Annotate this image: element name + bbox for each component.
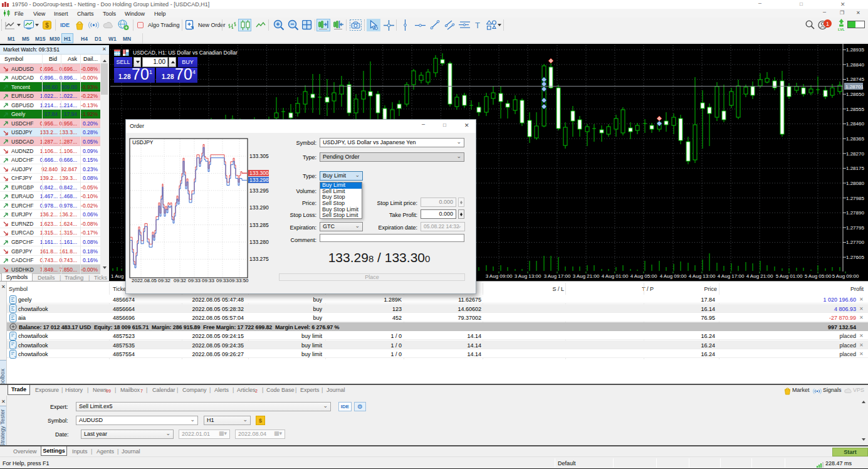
svg-text:133.305: 133.305 [249,153,269,159]
svg-text:1.28270: 1.28270 [846,151,864,157]
svg-text:133.298: 133.298 [249,177,269,183]
svg-text:4 Aug 13:00: 4 Aug 13:00 [689,273,716,279]
svg-text:09:32: 09:32 [158,278,171,283]
svg-text:1.28175: 1.28175 [846,166,864,171]
svg-text:133.285: 133.285 [249,222,269,228]
svg-text:133.295: 133.295 [249,187,269,194]
svg-text:1.28840: 1.28840 [846,62,864,68]
svg-text:1.27700: 1.27700 [846,240,864,245]
svg-text:09:33: 09:33 [188,278,201,283]
svg-text:USDCAD, H1: US Dollar vs Cana: USDCAD, H1: US Dollar vs Canadian Dollar [133,50,238,56]
svg-text:1.28080: 1.28080 [846,181,864,186]
svg-text:2022.08.05: 2022.08.05 [132,278,157,283]
svg-text:4 Aug 09:00: 4 Aug 09:00 [660,273,687,279]
svg-text:4 Aug 17:00: 4 Aug 17:00 [718,273,745,279]
svg-text:3 Aug 17:00: 3 Aug 17:00 [544,273,571,279]
svg-text:09:32: 09:32 [174,278,187,283]
svg-text:1.28365: 1.28365 [846,136,864,142]
svg-text:4 Aug 01:00: 4 Aug 01:00 [602,273,629,279]
svg-text:133.290: 133.290 [249,204,269,211]
svg-text:1.27890: 1.27890 [846,210,864,216]
svg-text:1.28745: 1.28745 [846,76,864,82]
svg-text:09:33:50: 09:33:50 [229,278,249,283]
svg-text:USDJPY: USDJPY [132,139,154,145]
svg-text:133.300: 133.300 [249,170,269,176]
svg-text:1.27795: 1.27795 [846,225,864,231]
svg-text:09:33: 09:33 [202,278,215,283]
svg-text:1.28935: 1.28935 [846,47,864,53]
svg-text:1.28701: 1.28701 [845,84,864,90]
svg-text:5 Aug 05:00: 5 Aug 05:00 [805,273,832,279]
svg-text:3 Aug 13:00: 3 Aug 13:00 [515,273,541,279]
svg-text:3 Aug 21:00: 3 Aug 21:00 [573,273,600,279]
svg-text:09:33: 09:33 [216,278,229,283]
svg-text:1: 1 [826,21,829,27]
svg-text:133.280: 133.280 [249,239,269,245]
svg-text:133.275: 133.275 [249,256,269,262]
svg-text:3 Aug 09:00: 3 Aug 09:00 [486,273,513,279]
svg-text:1.28555: 1.28555 [846,107,864,112]
svg-text:4 Aug 21:00: 4 Aug 21:00 [746,273,773,279]
svg-text:4 Aug 05:00: 4 Aug 05:00 [630,273,657,279]
svg-text:LVL: LVL [838,28,845,31]
svg-text:5 Aug 09:00: 5 Aug 09:00 [832,273,859,279]
svg-text:1.28460: 1.28460 [846,121,864,127]
svg-text:1.27605: 1.27605 [846,255,864,260]
svg-text:1.27985: 1.27985 [846,196,864,201]
svg-text:5 Aug 01:00: 5 Aug 01:00 [776,273,803,279]
svg-text:1.28650: 1.28650 [846,92,864,97]
